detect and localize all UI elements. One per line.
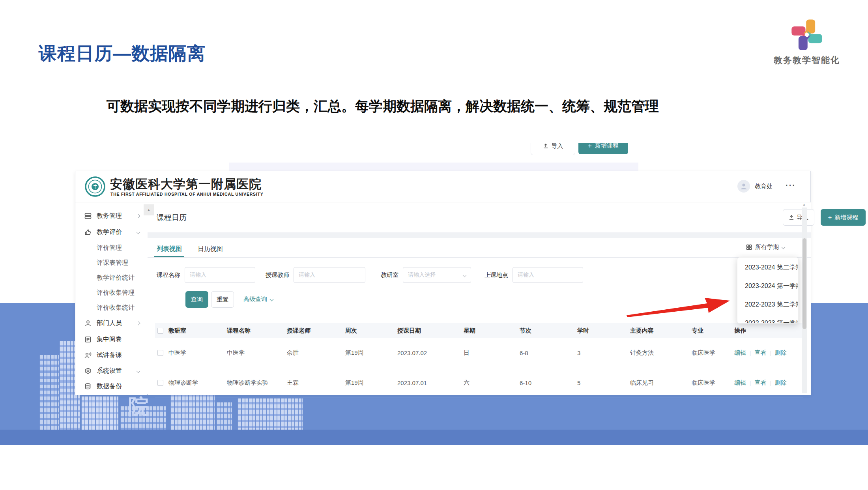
sidebar-label: 评价收集统计: [97, 304, 135, 312]
red-arrow: [624, 293, 737, 320]
slide-root: 课程日历—数据隔离 教务教学智能化 可数据实现按不同学期进行归类，汇总。每学期数…: [0, 0, 868, 490]
separator: |: [770, 380, 771, 386]
table-cell: 物理诊断学: [168, 379, 227, 387]
reset-button[interactable]: 重置: [211, 291, 234, 308]
page-title-row: 课程日历 导入 新增课程: [148, 202, 811, 232]
chevron-down-icon: [782, 245, 786, 249]
row-checkbox[interactable]: [157, 328, 163, 334]
semester-option[interactable]: 2023-2024 第一学期: [737, 277, 798, 295]
chevron-right-icon: [137, 214, 140, 218]
tab-calendar-view[interactable]: 日历视图: [198, 245, 223, 253]
sidebar-subitem-pingjiashoujitongji[interactable]: 评价收集统计: [75, 300, 147, 315]
filter-label: 课程名称: [157, 271, 180, 279]
sidebar-subitem-pingkebiaoguanli[interactable]: 评课表管理: [75, 255, 147, 270]
sidebar-item-shijiangbeike[interactable]: 试讲备课: [75, 347, 147, 363]
semester-option[interactable]: 2023-2024 第二学期: [737, 258, 798, 277]
filter-label: 授课教师: [266, 271, 289, 279]
row-action-1[interactable]: 编辑: [734, 349, 746, 357]
semester-dropdown: 2023-2024 第二学期2023-2024 第一学期2022-2023 第二…: [737, 257, 799, 324]
filter-input[interactable]: 请输入: [294, 267, 365, 283]
row-action-3[interactable]: 删除: [775, 349, 787, 357]
sidebar-item-jiaowuguanli[interactable]: 教务管理: [75, 208, 147, 224]
page-title: 课程日历—数据隔离: [39, 41, 206, 66]
modules-icon: [84, 212, 92, 220]
semester-trigger-label: 所有学期: [755, 243, 779, 251]
placeholder-text: 请输入: [518, 271, 534, 279]
sidebar-subitem-jiaoxuepingjiatongji[interactable]: 教学评价统计: [75, 270, 147, 285]
plus-icon: [828, 214, 832, 221]
import-button-cropped[interactable]: 导入: [531, 143, 575, 155]
column-header: 教研室: [168, 327, 227, 335]
sidebar-item-bumenrenyuan[interactable]: 部门人员: [75, 315, 147, 331]
row-action-2[interactable]: 查看: [754, 349, 766, 357]
building-graphic: [238, 398, 303, 430]
filter-field-4: 上课地点请输入: [485, 267, 583, 283]
advanced-query-link[interactable]: 高级查询: [243, 295, 273, 303]
import-button[interactable]: 导入: [783, 209, 814, 226]
add-course-label: 新增课程: [834, 214, 858, 221]
sidebar-label: 教学评价统计: [97, 274, 135, 282]
document-icon: [84, 336, 92, 343]
sidebar-item-shujubeifen[interactable]: 数据备份: [75, 379, 147, 393]
column-header: 专业: [692, 327, 734, 335]
banner-watermark: 院: [128, 393, 149, 421]
separator: |: [750, 380, 751, 386]
query-button[interactable]: 查询: [185, 291, 208, 308]
building-graphic: [216, 402, 232, 430]
sidebar-label: 试讲备课: [97, 351, 122, 359]
sidebar-item-jiaoxuepingjia[interactable]: 教学评价: [75, 224, 147, 240]
add-course-button-cropped[interactable]: 新增课程: [578, 143, 628, 154]
tabs-divider: [148, 257, 811, 258]
semester-option[interactable]: 2022-2023 第二学期: [737, 295, 798, 314]
filter-input[interactable]: 请输入: [513, 267, 583, 283]
filter-label: 上课地点: [485, 271, 508, 279]
table-body: 中医学中医学余胜第19周2023.07.02日6-83针灸方法临床医学编辑|查看…: [155, 338, 803, 398]
row-checkbox[interactable]: [157, 380, 163, 386]
filter-input[interactable]: 请输入: [185, 267, 255, 283]
row-action-1[interactable]: 编辑: [734, 379, 746, 387]
semester-option[interactable]: 2022-2023 第一学期: [737, 314, 798, 324]
chevron-down-icon: [137, 230, 140, 234]
chevron-down-icon: [137, 369, 140, 373]
column-header: 授课日期: [397, 327, 464, 335]
row-action-2[interactable]: 查看: [754, 379, 766, 387]
semester-filter-trigger[interactable]: 所有学期: [746, 243, 785, 251]
table-cell: 2023.07.01: [397, 380, 464, 386]
column-header: 授课老师: [287, 327, 345, 335]
database-icon: [84, 383, 92, 390]
row-checkbox[interactable]: [157, 350, 163, 356]
sidebar-subitem-pingjiaguanli[interactable]: 评价管理: [75, 240, 147, 255]
table-cell: 2023.07.02: [397, 350, 464, 356]
scroll-up-arrow[interactable]: ▲: [803, 203, 806, 206]
table-cell: 日: [464, 349, 520, 357]
sidebar-label: 数据备份: [97, 382, 122, 391]
table-row: 中医学中医学余胜第19周2023.07.02日6-83针灸方法临床医学编辑|查看…: [155, 338, 803, 368]
table-cell: 第19周: [345, 349, 397, 357]
filter-select[interactable]: 请输入选择: [403, 267, 471, 283]
tab-list-view[interactable]: 列表视图: [157, 245, 182, 253]
chevron-right-icon: [137, 322, 140, 325]
thumb-up-icon: [84, 228, 92, 236]
sidebar-item-xitongshezhi[interactable]: 系统设置: [75, 363, 147, 379]
sidebar-subitem-pingjiashoujiguanli[interactable]: 评价收集管理: [75, 285, 147, 300]
row-action-3[interactable]: 删除: [775, 379, 787, 387]
brand-name: 教务教学智能化: [760, 54, 854, 66]
table-cell: 临床医学: [692, 379, 734, 387]
import-label: 导入: [552, 143, 563, 150]
add-course-button[interactable]: 新增课程: [821, 209, 866, 226]
scrollbar-thumb[interactable]: [803, 238, 806, 329]
brand-logo: 教务教学智能化: [760, 18, 854, 66]
upload-icon: [543, 143, 548, 149]
app-screenshot: 安徽医科大学第一附属医院 THE FIRST AFFILIATED HOSPIT…: [75, 171, 811, 395]
column-header: 操作: [734, 327, 803, 335]
bottom-banner-dark-strip: [0, 430, 868, 445]
avatar[interactable]: [737, 180, 750, 193]
row-actions: 编辑|查看|删除: [734, 349, 803, 357]
sidebar-item-jizhongyuejuan[interactable]: 集中阅卷: [75, 331, 147, 347]
more-menu[interactable]: ···: [786, 181, 796, 190]
advanced-query-label: 高级查询: [243, 295, 267, 303]
user-icon: [740, 182, 748, 190]
column-header: 节次: [520, 327, 577, 335]
add-label: 新增课程: [595, 143, 619, 150]
sidebar-collapse-button[interactable]: ▲: [144, 204, 154, 215]
